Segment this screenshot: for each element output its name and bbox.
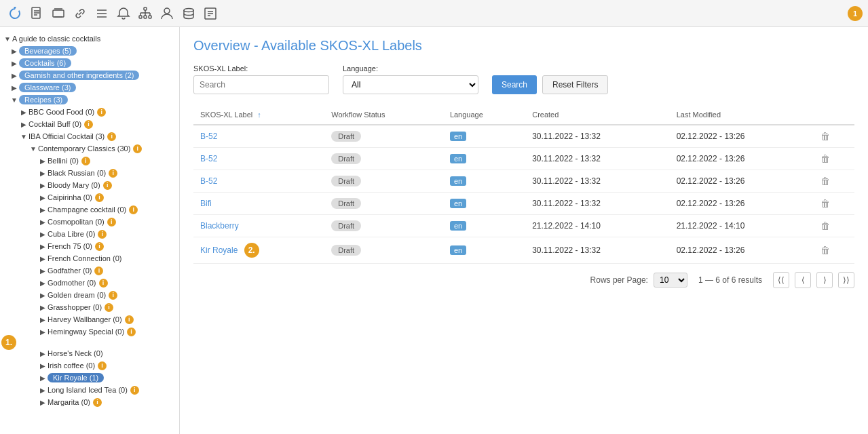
database-icon[interactable]: [179, 4, 198, 23]
chevron-right-icon: ▶: [10, 46, 19, 56]
info-icon: i: [103, 181, 112, 190]
sidebar-item-recipes[interactable]: ▼ Recipes (3): [0, 94, 179, 106]
label-link[interactable]: B-52: [200, 154, 217, 163]
delete-button[interactable]: 🗑: [820, 245, 830, 256]
delete-button[interactable]: 🗑: [820, 131, 830, 142]
rows-per-page-select[interactable]: 10 5 25 50: [654, 273, 687, 288]
sidebar-item-cocktails[interactable]: ▶ Cocktails (6): [0, 57, 179, 69]
sidebar-french-75-label: French 75 (0): [48, 242, 92, 250]
sidebar-item-cuba-libre[interactable]: ▶ Cuba Libre (0) i: [0, 228, 179, 240]
language-badge: en: [450, 245, 466, 255]
table-row: B-52 Draft en 30.11.2022 - 13:32 02.12.2…: [193, 125, 854, 148]
info-icon: i: [133, 144, 142, 153]
chevron-right-icon: ▶: [38, 315, 48, 324]
language-cell: en: [443, 125, 525, 148]
list-icon[interactable]: [92, 4, 111, 23]
sidebar-cosmopolitan-label: Cosmopolitan (0): [48, 218, 105, 226]
sidebar-cocktails-label: Cocktails (6): [19, 58, 71, 68]
sidebar-godmother-label: Godmother (0): [48, 279, 96, 287]
sidebar-beverages-label: Beverages (5): [19, 46, 77, 56]
table-row: Bifi Draft en 30.11.2022 - 13:32 02.12.2…: [193, 193, 854, 215]
sidebar-item-godfather[interactable]: ▶ Godfather (0) i: [0, 264, 179, 277]
sidebar-item-godmother[interactable]: ▶ Godmother (0) i: [0, 277, 179, 289]
label-link[interactable]: Bifi: [200, 199, 212, 208]
svg-rect-10: [139, 16, 142, 18]
sidebar-item-golden-dream[interactable]: ▶ Golden dream (0) i: [0, 289, 179, 301]
chevron-right-icon: ▶: [38, 193, 48, 202]
search-input[interactable]: [193, 75, 329, 94]
col-label[interactable]: SKOS-XL Label ↑: [193, 105, 324, 125]
content-area: Overview - Available SKOS-XL Labels SKOS…: [180, 27, 868, 434]
reset-filters-button[interactable]: Reset Filters: [542, 75, 608, 94]
sidebar-item-bbc[interactable]: ▶ BBC Good Food (0) i: [0, 106, 179, 118]
svg-rect-12: [149, 16, 151, 18]
table-row: Blackberry Draft en 21.12.2022 - 14:10 2…: [193, 215, 854, 237]
sidebar-item-french-connection[interactable]: ▶ French Connection (0): [0, 252, 179, 264]
created-cell: 21.12.2022 - 14:10: [525, 215, 669, 237]
export-icon[interactable]: [201, 4, 220, 23]
bell-icon[interactable]: [114, 4, 133, 23]
sidebar-item-french-75[interactable]: ▶ French 75 (0) i: [0, 240, 179, 252]
status-badge: Draft: [331, 245, 361, 256]
first-page-button[interactable]: ⟨⟨: [773, 272, 789, 288]
chevron-right-icon: ▶: [38, 180, 48, 190]
layers-icon[interactable]: [49, 4, 68, 23]
chevron-right-icon: ▶: [38, 361, 48, 370]
sidebar-item-glassware[interactable]: ▶ Glassware (3): [0, 81, 179, 94]
sidebar-item-root[interactable]: ▼ A guide to classic cocktails: [0, 33, 179, 45]
modified-cell: 02.12.2022 - 13:26: [670, 148, 814, 170]
search-button[interactable]: Search: [492, 75, 537, 94]
last-page-button[interactable]: ⟩⟩: [838, 272, 854, 288]
sidebar-item-cosmopolitan[interactable]: ▶ Cosmopolitan (0) i: [0, 216, 179, 228]
sidebar-item-black-russian[interactable]: ▶ Black Russian (0) i: [0, 167, 179, 179]
sidebar-item-grasshopper[interactable]: ▶ Grasshopper (0) i: [0, 301, 179, 313]
label-link[interactable]: B-52: [200, 176, 217, 186]
sidebar-item-bloody-mary[interactable]: ▶ Bloody Mary (0) i: [0, 179, 179, 191]
sidebar-item-champagne[interactable]: ▶ Champagne cocktail (0) i: [0, 203, 179, 216]
person-icon[interactable]: [157, 4, 176, 23]
modified-cell: 02.12.2022 - 13:26: [670, 237, 814, 264]
refresh-icon[interactable]: [5, 4, 24, 23]
chevron-right-icon: ▶: [10, 58, 19, 68]
sidebar-item-garnish[interactable]: ▶ Garnish and other ingredients (2): [0, 69, 179, 81]
sort-arrow-icon: ↑: [257, 111, 261, 119]
language-select[interactable]: All en de fr: [343, 75, 478, 94]
sidebar-item-margarita[interactable]: ▶ Margarita (0) i: [0, 396, 179, 408]
delete-button[interactable]: 🗑: [820, 198, 830, 209]
sidebar-item-iba[interactable]: ▼ IBA Official Cocktail (3) i: [0, 130, 179, 142]
sidebar-item-harvey[interactable]: ▶ Harvey Wallbanger (0) i: [0, 313, 179, 326]
notification-badge[interactable]: 1: [848, 6, 863, 21]
document-icon[interactable]: [27, 4, 46, 23]
label-filter-group: SKOS-XL Label:: [193, 64, 329, 94]
info-icon: i: [129, 205, 138, 214]
next-page-button[interactable]: ⟩: [816, 272, 833, 288]
sidebar-item-caipirinha[interactable]: ▶ Caipirinha (0) i: [0, 191, 179, 203]
sidebar-item-long-island[interactable]: ▶ Long Island Iced Tea (0) i: [0, 384, 179, 396]
annotation-2: 2.: [244, 243, 259, 258]
sidebar-item-contemporary[interactable]: ▼ Contemporary Classics (30) i: [0, 142, 179, 155]
delete-cell: 🗑: [814, 125, 854, 148]
filter-row: SKOS-XL Label: Language: All en de fr Se…: [193, 64, 854, 94]
link-icon[interactable]: [71, 4, 90, 23]
delete-button[interactable]: 🗑: [820, 176, 830, 186]
chevron-right-icon: ▶: [38, 254, 48, 263]
sidebar-item-bellini[interactable]: ▶ Bellini (0) i: [0, 155, 179, 167]
sidebar-item-horses-neck[interactable]: ▶ Horse's Neck (0): [0, 347, 179, 359]
sidebar-kir-royale-label: Kir Royale (1): [48, 373, 104, 382]
label-link[interactable]: B-52: [200, 132, 217, 141]
sidebar-item-kir-royale[interactable]: ▶ Kir Royale (1): [0, 372, 179, 384]
sidebar-iba-label: IBA Official Cocktail (3): [29, 132, 105, 140]
delete-button[interactable]: 🗑: [820, 153, 830, 164]
sidebar-item-hemingway[interactable]: ▶ Hemingway Special (0) i 1.: [0, 326, 179, 338]
sidebar-item-irish-coffee[interactable]: ▶ Irish coffee (0) i: [0, 359, 179, 372]
prev-page-button[interactable]: ⟨: [795, 272, 811, 288]
sidebar-item-cocktail-buff[interactable]: ▶ Cocktail Buff (0) i: [0, 118, 179, 130]
sidebar-garnish-label: Garnish and other ingredients (2): [19, 71, 139, 80]
svg-point-18: [164, 8, 170, 14]
hierarchy-icon[interactable]: [136, 4, 155, 23]
sidebar-item-beverages[interactable]: ▶ Beverages (5): [0, 45, 179, 57]
label-link[interactable]: Kir Royale: [200, 245, 238, 255]
svg-rect-5: [53, 10, 64, 17]
delete-button[interactable]: 🗑: [820, 220, 830, 231]
label-link[interactable]: Blackberry: [200, 221, 239, 231]
